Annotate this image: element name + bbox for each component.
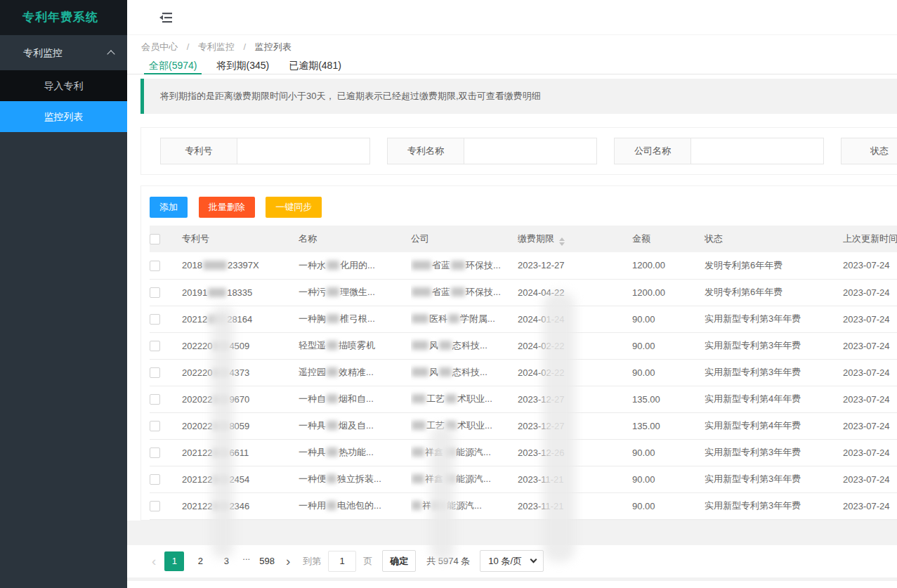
company-name-input[interactable] [691,138,824,164]
row-checkbox[interactable] [150,421,160,431]
redacted-text [412,314,428,323]
sidebar-item-import-patent[interactable]: 导入专利 [0,70,127,101]
row-checkbox[interactable] [150,287,160,298]
goto-page-input[interactable] [328,551,356,572]
redacted-text [439,341,452,350]
bottom-strip [127,577,897,581]
row-checkbox[interactable] [150,367,160,378]
column-header-label: 状态 [705,233,723,244]
column-header-4[interactable]: 缴费期限 [518,226,632,252]
row-checkbox[interactable] [150,261,160,271]
status-cell: 实用新型专利第3年年费 [705,359,843,386]
select-all-cell [150,226,182,252]
column-header-6: 状态 [705,226,843,252]
filter-group-patent-name: 专利名称 [387,138,597,174]
table-row[interactable]: 201823397X一种水化用的...省蓝环保技...2023-12-27120… [150,252,897,279]
updated-cell: 2023-07-24 [843,412,897,439]
goto-label: 到第 [303,555,321,568]
company-cell: 省蓝环保技... [411,279,518,306]
patent-name-cell: 一种污理微生... [299,279,411,306]
redacted-text [448,314,459,323]
row-checkbox[interactable] [150,341,160,351]
deadline-cell: 2023-11-21 [518,492,632,519]
column-header-label: 上次更新时间 [843,233,897,244]
row-checkbox[interactable] [150,474,160,485]
amount-cell: 135.00 [632,386,705,412]
patent-no-cell: 2021222346 [182,492,299,519]
company-cell: 省蓝环保技... [411,252,518,279]
tab-all[interactable]: 全部(5974) [144,58,202,74]
table-row[interactable]: 2021222454一种便独立拆装...祥鑫能源汽...2023-11-2190… [150,466,897,492]
company-cell: 风态科技... [411,359,518,386]
row-checkbox[interactable] [150,501,160,511]
status-cell: 实用新型专利第3年年费 [705,332,843,359]
deadline-cell: 2023-11-21 [518,466,632,492]
confirm-button[interactable]: 确定 [382,550,416,572]
patent-no-cell: 201823397X [182,252,299,279]
page-button-1[interactable]: 1 [164,551,184,571]
prev-page-icon[interactable]: ‹ [152,552,156,570]
breadcrumb-member-center[interactable]: 会员中心 [141,41,178,52]
table-row[interactable]: 2020228059一种具烟及自...工艺术职业...2023-12-27135… [150,412,897,439]
page-button-598[interactable]: 598 [256,551,277,571]
row-select-cell [150,359,182,386]
page-size-select[interactable]: 10 条/页 [480,550,544,572]
table-row[interactable]: 2022204373遥控园效精准...风态科技...2024-02-2290.0… [150,359,897,386]
page-size-value: 10 条/页 [488,556,522,566]
select-all-checkbox[interactable] [150,234,160,244]
deadline-cell: 2023-12-27 [518,412,632,439]
patent-no-cell: 2019118335 [182,279,299,306]
updated-cell: 2023-07-24 [843,439,897,466]
updated-cell: 2023-07-24 [843,466,897,492]
redacted-text [213,422,228,431]
sidebar-group-patent-monitor[interactable]: 专利监控 [0,35,127,70]
table-row[interactable]: 2020229670一种自烟和自...工艺术职业...2023-12-27135… [150,386,897,412]
amount-cell: 90.00 [632,306,705,332]
sync-button[interactable]: 一键同步 [266,197,322,218]
amount-cell: 1200.00 [632,252,705,279]
sort-icon[interactable] [559,237,565,246]
patent-no-filter-label: 专利号 [160,138,237,164]
company-cell: 工艺术职业... [411,386,518,412]
redacted-text [412,261,431,270]
breadcrumb-separator: / [187,41,190,52]
next-page-icon[interactable]: › [286,552,290,570]
patent-name-input[interactable] [464,138,597,164]
app-logo: 专利年费系统 [0,0,127,35]
filter-group-company-name: 公司名称 [614,138,824,174]
redacted-text [213,502,228,511]
table-row[interactable]: 2021222346一种用电池包的...祥能源汽...2023-11-2190.… [150,492,897,519]
tab-expiring[interactable]: 将到期(345) [211,58,274,74]
patent-name-cell: 一种便独立拆装... [299,466,411,492]
table-row[interactable]: 2022204509轻型遥描喷雾机风态科技...2024-02-2290.00实… [150,332,897,359]
sidebar-item-monitor-list[interactable]: 监控列表 [0,101,127,132]
batch-delete-button[interactable]: 批量删除 [199,197,255,218]
sort-desc-icon [559,242,565,246]
add-button[interactable]: 添加 [150,197,188,218]
row-select-cell [150,492,182,519]
deadline-cell: 2024-01-24 [518,306,632,332]
redacted-text [412,501,421,510]
table-row[interactable]: 2019118335一种污理微生...省蓝环保技...2024-04-22120… [150,279,897,306]
row-checkbox[interactable] [150,447,160,458]
redacted-text [213,448,228,457]
row-checkbox[interactable] [150,394,160,405]
page-button-3[interactable]: 3 [216,551,236,571]
table-row[interactable]: 2021228164一种胸椎弓根...医科学附属...2024-01-2490.… [150,306,897,332]
breadcrumb-patent-monitor[interactable]: 专利监控 [198,41,235,52]
row-checkbox[interactable] [150,314,160,325]
patent-no-input[interactable] [237,138,370,164]
page-button-2[interactable]: 2 [190,551,210,571]
redacted-text [213,368,228,377]
updated-cell: 2023-07-24 [843,386,897,412]
collapse-sidebar-icon[interactable] [159,12,173,23]
tab-overdue[interactable]: 已逾期(481) [284,58,346,74]
table-row[interactable]: 2021226611一种具热功能...祥鑫能源汽...2023-12-2690.… [150,439,897,466]
redacted-text [412,421,426,430]
filter-group-status: 状态 [841,138,897,174]
company-cell: 祥鑫能源汽... [411,466,518,492]
patent-name-cell: 轻型遥描喷雾机 [299,332,411,359]
status-cell: 发明专利第6年年费 [705,279,843,306]
redacted-text [445,421,457,430]
row-select-cell [150,386,182,412]
